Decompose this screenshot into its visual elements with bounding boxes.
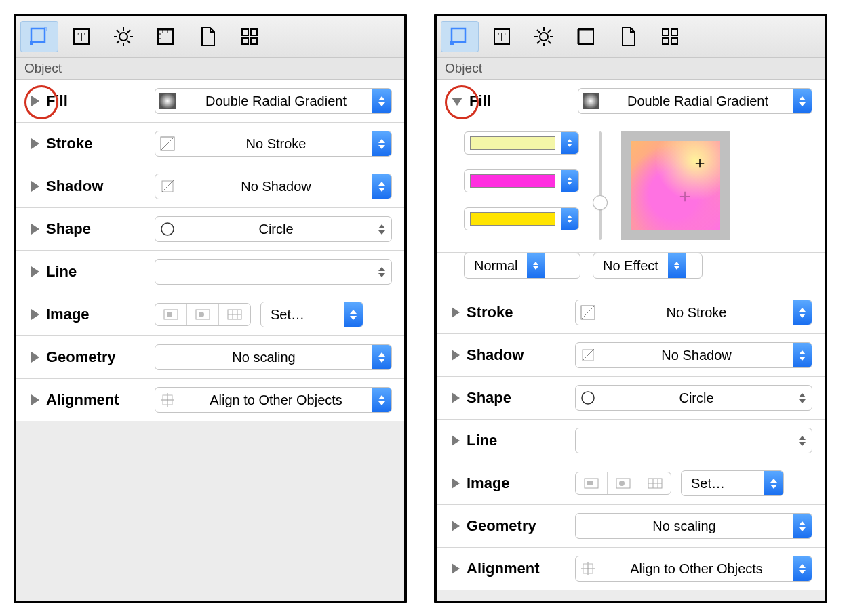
tab-type[interactable]: T [62, 21, 100, 52]
gradient-center-handle-1[interactable]: ＋ [692, 152, 708, 174]
gradient-preview[interactable]: ＋ ＋ [621, 131, 730, 240]
shadow-dropdown[interactable]: No Shadow [155, 174, 392, 199]
line-dropdown[interactable] [155, 259, 392, 285]
section-title: Object [437, 58, 825, 80]
disclosure-closed-icon[interactable] [31, 309, 39, 320]
fill-effect-dropdown[interactable]: No Effect [593, 253, 703, 279]
row-geometry[interactable]: Geometry No scaling [437, 505, 825, 548]
svg-rect-57 [663, 38, 669, 44]
geometry-dropdown[interactable]: No scaling [575, 513, 812, 539]
row-image[interactable]: Image Set… [437, 462, 825, 505]
updown-arrows-icon [793, 428, 812, 453]
disclosure-closed-icon[interactable] [31, 266, 39, 277]
tab-stencils[interactable] [231, 21, 269, 52]
tab-canvas[interactable] [567, 21, 605, 52]
image-tile-icon[interactable] [219, 304, 250, 325]
svg-line-11 [117, 41, 119, 43]
shape-dropdown[interactable]: Circle [155, 216, 392, 242]
row-stroke[interactable]: Stroke No Stroke [16, 123, 404, 165]
down-arrow-icon [764, 471, 783, 495]
shadow-dropdown[interactable]: No Shadow [575, 342, 812, 368]
stroke-dropdown[interactable]: No Stroke [155, 131, 392, 157]
image-mode-segmented[interactable] [575, 472, 671, 495]
updown-arrows-icon [372, 388, 391, 412]
disclosure-closed-icon[interactable] [31, 96, 39, 106]
disclosure-closed-icon[interactable] [31, 138, 39, 149]
geometry-dropdown[interactable]: No scaling [155, 344, 392, 370]
svg-line-48 [537, 30, 540, 33]
disclosure-closed-icon[interactable] [31, 224, 39, 235]
blend-mode-dropdown[interactable]: Normal [464, 253, 580, 279]
alignment-dropdown[interactable]: Align to Other Objects [155, 387, 392, 413]
row-shape[interactable]: Shape Circle [16, 208, 404, 251]
svg-rect-52 [578, 29, 593, 44]
svg-rect-59 [583, 93, 599, 109]
image-natural-icon[interactable] [155, 304, 187, 325]
updown-arrows-icon [527, 253, 545, 278]
row-fill[interactable]: Fill Double Radial Gradient [16, 80, 404, 123]
tab-type[interactable]: T [483, 21, 521, 52]
disclosure-closed-icon[interactable] [31, 352, 39, 363]
gradient-midpoint-slider[interactable] [591, 131, 609, 240]
image-set-button[interactable]: Set… [681, 470, 784, 496]
fill-blend-row: Normal No Effect [437, 253, 825, 291]
gradient-color-3[interactable] [464, 207, 579, 230]
svg-point-68 [619, 481, 625, 486]
row-shadow[interactable]: Shadow No Shadow [16, 165, 404, 208]
updown-arrows-icon [372, 345, 391, 369]
row-fill[interactable]: Fill Double Radial Gradient [437, 80, 825, 122]
row-line[interactable]: Line [16, 251, 404, 293]
tab-document[interactable] [189, 21, 226, 52]
tab-canvas[interactable] [146, 21, 184, 52]
gear-icon [113, 26, 134, 47]
disclosure-closed-icon[interactable] [452, 478, 460, 489]
shape-dropdown[interactable]: Circle [575, 385, 812, 411]
fill-dropdown[interactable]: Double Radial Gradient [578, 88, 812, 114]
stroke-dropdown[interactable]: No Stroke [575, 300, 812, 325]
row-image[interactable]: Image Set… [16, 293, 404, 336]
tab-object[interactable] [441, 21, 479, 52]
svg-rect-56 [671, 29, 677, 35]
row-geometry[interactable]: Geometry No scaling [16, 336, 404, 379]
disclosure-closed-icon[interactable] [452, 350, 460, 361]
disclosure-closed-icon[interactable] [452, 307, 460, 318]
fill-dropdown[interactable]: Double Radial Gradient [155, 88, 392, 114]
disclosure-closed-icon[interactable] [31, 394, 39, 405]
image-set-button[interactable]: Set… [260, 302, 363, 327]
gradient-color-2[interactable] [464, 169, 579, 192]
row-alignment[interactable]: Alignment Align to Other Objects [16, 379, 404, 421]
disclosure-closed-icon[interactable] [31, 181, 39, 192]
disclosure-open-icon[interactable] [452, 98, 462, 106]
color-chip [470, 136, 555, 150]
image-natural-icon[interactable] [576, 472, 608, 494]
image-stretch-icon[interactable] [187, 304, 219, 325]
color-chip [470, 212, 555, 226]
image-mode-segmented[interactable] [155, 303, 251, 326]
alignment-dropdown[interactable]: Align to Other Objects [575, 556, 812, 582]
tab-properties[interactable] [104, 21, 142, 52]
image-stretch-icon[interactable] [608, 472, 639, 494]
slider-knob[interactable] [593, 196, 607, 209]
disclosure-closed-icon[interactable] [452, 521, 460, 531]
image-tile-icon[interactable] [639, 472, 671, 494]
disclosure-closed-icon[interactable] [452, 563, 460, 574]
svg-rect-55 [663, 29, 669, 35]
gradient-color-1[interactable] [464, 131, 579, 155]
row-alignment[interactable]: Alignment Align to Other Objects [437, 548, 825, 590]
tab-object[interactable] [20, 21, 58, 52]
gradient-center-handle-2[interactable]: ＋ [675, 183, 694, 209]
line-dropdown[interactable] [575, 428, 812, 453]
tab-stencils[interactable] [651, 21, 689, 52]
row-stroke[interactable]: Stroke No Stroke [437, 291, 825, 334]
disclosure-closed-icon[interactable] [452, 435, 460, 446]
row-line[interactable]: Line [437, 420, 825, 462]
section-title: Object [16, 58, 404, 80]
tab-document[interactable] [609, 21, 647, 52]
ruler-icon [155, 26, 176, 47]
svg-point-3 [119, 33, 127, 41]
tab-properties[interactable] [525, 21, 563, 52]
row-shadow[interactable]: Shadow No Shadow [437, 334, 825, 377]
row-shape[interactable]: Shape Circle [437, 377, 825, 420]
disclosure-closed-icon[interactable] [452, 392, 460, 403]
updown-arrows-icon [793, 514, 812, 538]
